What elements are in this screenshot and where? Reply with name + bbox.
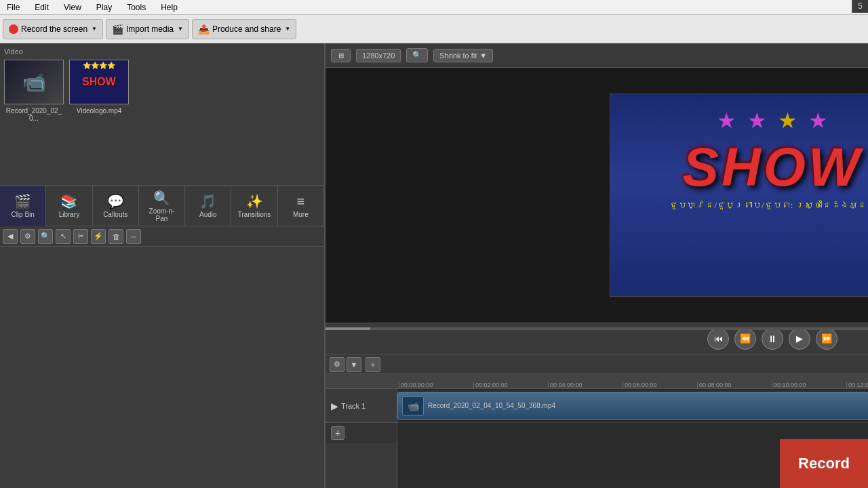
- callouts-label: Callouts: [103, 211, 127, 218]
- main-layout: Video 📹 Record_2020_02_0... ⭐⭐⭐⭐: [0, 43, 868, 488]
- tl-settings-btn[interactable]: ⚙: [20, 229, 35, 244]
- show-main-text: SHOW: [610, 140, 868, 195]
- audio-icon: 🎵: [199, 193, 216, 209]
- produce-icon: 📤: [198, 24, 210, 35]
- media-thumb-2: ⭐⭐⭐⭐ SHOW: [69, 60, 129, 104]
- menu-edit[interactable]: Edit: [31, 1, 53, 14]
- produce-dropdown-icon: ▼: [285, 26, 290, 32]
- pause-button[interactable]: ⏸: [762, 328, 783, 350]
- skip-start-button[interactable]: ⏮: [707, 328, 729, 350]
- tl-dropdown-btn[interactable]: ▼: [347, 357, 361, 372]
- transitions-icon: ✨: [246, 193, 263, 209]
- timeline-ruler: 00:00:00:00 00:02:00:00 00:04:00:00 00:0…: [326, 374, 868, 389]
- record-button[interactable]: Record: [780, 439, 868, 488]
- fit-dropdown-icon: ▼: [479, 52, 487, 60]
- left-empty-area: [0, 247, 324, 488]
- show-thumb-stars: ⭐⭐⭐⭐: [70, 62, 128, 69]
- top-count: 5: [852, 0, 868, 13]
- scrubber-fill: [326, 327, 370, 330]
- media-panel: Video 📹 Record_2020_02_0... ⭐⭐⭐⭐: [0, 43, 324, 186]
- more-icon: ≡: [296, 194, 304, 209]
- produce-share-label: Produce and share: [212, 24, 281, 34]
- track-label-1: ▶ Track 1: [326, 389, 397, 423]
- tool-clip-bin[interactable]: 🎬 Clip Bin: [0, 186, 46, 226]
- more-label: More: [293, 211, 309, 218]
- media-item-2-label: Videologo.mp4: [77, 107, 122, 115]
- ruler-marks: 00:00:00:00 00:02:00:00 00:04:00:00 00:0…: [399, 382, 868, 388]
- main-toolbar: Record the screen ▼ 🎬 Import media ▼ 📤 P…: [0, 15, 868, 43]
- preview-frame: ★ ★ ★ ★ SHOW ជួបហ្វន/ជួបព្រាប/ជួបព: រស្ថ…: [610, 94, 868, 297]
- tl-select-btn[interactable]: ↖: [56, 229, 71, 244]
- tool-zoom-pan[interactable]: 🔍 Zoom-n-Pan: [139, 186, 185, 226]
- menu-file[interactable]: File: [3, 1, 24, 14]
- clip-name-1: Record_2020_02_04_10_54_50_368.mp4: [428, 402, 555, 409]
- record-screen-button[interactable]: Record the screen ▼: [3, 19, 103, 39]
- menu-help[interactable]: Help: [157, 1, 182, 14]
- video-preview: ★ ★ ★ ★ SHOW ជួបហ្វន/ជួបព្រាប/ជួបព: រស្ថ…: [326, 68, 868, 323]
- search-preview-btn[interactable]: 🔍: [406, 48, 428, 62]
- record-thumb-bg: 📹: [5, 60, 63, 104]
- tool-audio[interactable]: 🎵 Audio: [185, 186, 231, 226]
- ruler-mark-6: 00:12:00:00: [846, 382, 868, 388]
- audio-label: Audio: [199, 211, 217, 218]
- clip-thumb-1: 📹: [402, 396, 424, 415]
- record-dot-icon: [9, 24, 18, 34]
- media-item-1[interactable]: 📹 Record_2020_02_0...: [4, 60, 64, 122]
- menu-bar: File Edit View Play Tools Help 5: [0, 0, 868, 15]
- star-1: ★: [717, 108, 736, 134]
- library-label: Library: [59, 211, 80, 218]
- tl-search-btn[interactable]: 🔍: [38, 229, 53, 244]
- fit-mode-label: Shrink to fit: [439, 52, 477, 60]
- star-4: ★: [808, 108, 828, 134]
- tl-delete-btn[interactable]: 🗑: [108, 229, 123, 244]
- fit-mode-btn[interactable]: Shrink to fit ▼: [433, 49, 493, 62]
- fast-forward-button[interactable]: ⏩: [816, 328, 837, 350]
- preview-toolbar: 🖥 868x488 🔍 Shrink to fit ▼: [326, 43, 868, 68]
- add-track-button[interactable]: +: [331, 426, 344, 440]
- rewind-button[interactable]: ⏪: [734, 328, 756, 350]
- show-stars: ★ ★ ★ ★: [610, 94, 868, 134]
- tl-gear-btn[interactable]: ⚙: [330, 357, 344, 372]
- ruler-mark-1: 00:02:00:00: [473, 382, 548, 388]
- play-button[interactable]: ▶: [789, 328, 810, 350]
- menu-view[interactable]: View: [60, 1, 85, 14]
- tl-ripple-btn[interactable]: ↔: [126, 229, 141, 244]
- record-thumb-icon: 📹: [22, 71, 46, 94]
- media-thumb-1: 📹: [4, 60, 64, 104]
- menu-tools[interactable]: Tools: [123, 1, 150, 14]
- clip-bin-icon: 🎬: [14, 193, 31, 209]
- tl-back-btn[interactable]: ◀: [3, 229, 18, 244]
- resolution-display: 868x488: [356, 49, 401, 62]
- ruler-mark-3: 00:06:00:00: [623, 382, 697, 388]
- tool-callouts[interactable]: 💬 Callouts: [93, 186, 139, 226]
- left-panel: Video 📹 Record_2020_02_0... ⭐⭐⭐⭐: [0, 43, 326, 488]
- scrubber[interactable]: [326, 327, 868, 330]
- ruler-mark-4: 00:08:00:00: [697, 382, 772, 388]
- tl-split-btn[interactable]: ⚡: [91, 229, 106, 244]
- import-film-icon: 🎬: [112, 24, 123, 35]
- record-button-label: Record: [798, 455, 850, 472]
- produce-share-button[interactable]: 📤 Produce and share ▼: [192, 19, 296, 39]
- tool-transitions[interactable]: ✨ Transitions: [231, 186, 277, 226]
- show-sub-text: ជួបហ្វន/ជួបព្រាប/ជួបព: រស្ថានៃដងអ្នក: [610, 200, 868, 211]
- media-item-2[interactable]: ⭐⭐⭐⭐ SHOW Videologo.mp4: [69, 60, 129, 122]
- tl-trim-btn[interactable]: ✂: [73, 229, 88, 244]
- media-item-1-label: Record_2020_02_0...: [4, 107, 64, 122]
- media-grid: 📹 Record_2020_02_0... ⭐⭐⭐⭐ SHOW Videolog…: [4, 60, 320, 122]
- transitions-label: Transitions: [238, 211, 271, 218]
- menu-play[interactable]: Play: [92, 1, 116, 14]
- clip-bin-label: Clip Bin: [11, 211, 34, 218]
- tools-panel: 🎬 Clip Bin 📚 Library 💬 Callouts 🔍 Zoom-n…: [0, 186, 324, 226]
- record-screen-label: Record the screen: [21, 24, 87, 34]
- star-2: ★: [747, 108, 767, 134]
- ruler-mark-2: 00:04:00:00: [548, 382, 623, 388]
- right-panel: 🖥 868x488 🔍 Shrink to fit ▼ ★ ★ ★ ★ SHO…: [326, 43, 868, 488]
- clip-item-1[interactable]: 📹 Record_2020_02_04_10_54_50_368.mp4: [397, 392, 868, 420]
- show-thumb-text: SHOW: [82, 76, 116, 88]
- tl-add-btn[interactable]: +: [366, 357, 380, 372]
- tl-settings-group: ⚙ ▼: [330, 357, 361, 372]
- tool-more[interactable]: ≡ More: [278, 186, 324, 226]
- import-media-button[interactable]: 🎬 Import media ▼: [106, 19, 189, 39]
- timeline-tools: ◀ ⚙ 🔍 ↖ ✂ ⚡ 🗑 ↔: [0, 226, 324, 247]
- tool-library[interactable]: 📚 Library: [46, 186, 92, 226]
